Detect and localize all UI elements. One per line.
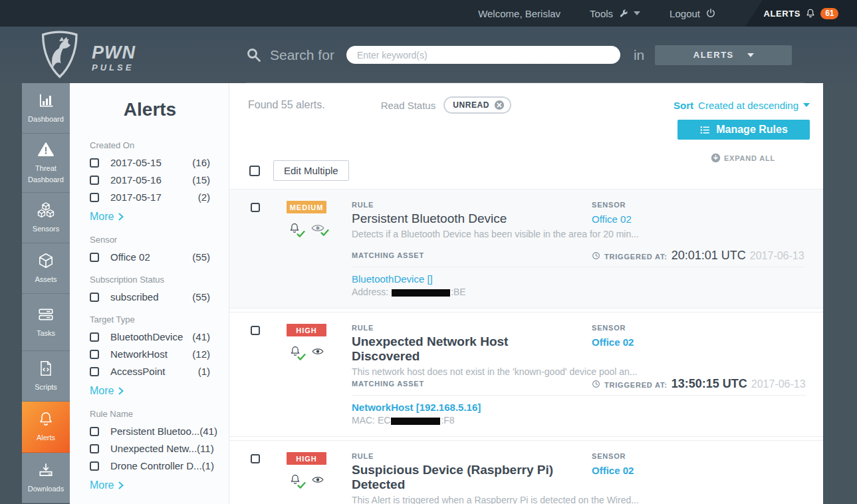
edit-multiple-button[interactable]: Edit Multiple <box>273 160 349 181</box>
filter-option[interactable]: 2017-05-16 (15) <box>90 174 210 186</box>
filter-group-created-on: Created On 2017-05-15 (16) 2017-05-16 (1… <box>90 140 210 223</box>
checkbox[interactable] <box>90 176 99 185</box>
sidebar-item-sensors[interactable]: Sensors <box>22 193 70 243</box>
tools-menu[interactable]: Tools <box>590 8 640 19</box>
notified-bell-icon[interactable] <box>289 473 301 488</box>
filter-option[interactable]: AccessPoint (1) <box>90 366 210 377</box>
sensor-link[interactable]: Office 02 <box>592 336 806 348</box>
sidebar-item-alerts[interactable]: Alerts <box>22 402 70 453</box>
header: PWN PULSE Search for in ALERTS <box>0 27 857 83</box>
sensor-link[interactable]: Office 02 <box>592 213 804 225</box>
filter-group-label: Target Type <box>90 315 210 324</box>
expand-all-button[interactable]: EXPAND ALL <box>711 153 775 163</box>
read-status-filter-chip[interactable]: UNREAD <box>443 96 511 114</box>
checkbox[interactable] <box>90 444 99 453</box>
checkbox[interactable] <box>90 461 99 471</box>
filter-group-rule-name: Rule Name Persistent Bluetoo... (41) Une… <box>90 409 210 491</box>
chevron-down-icon <box>803 103 810 107</box>
search-for-label: Search for <box>270 47 334 63</box>
bell-icon <box>805 8 816 19</box>
chevron-right-icon <box>118 213 124 221</box>
checkbox[interactable] <box>90 158 99 168</box>
filter-option[interactable]: BluetoothDevice (41) <box>90 331 210 342</box>
rule-title[interactable]: Persistent Bluetooth Device <box>352 211 578 226</box>
triggered-date: 2017-06-13 <box>751 378 806 390</box>
alerts-results: Found 55 alerts. Read Status UNREAD Sort… <box>229 83 823 504</box>
sidebar-item-assets[interactable]: Assets <box>22 243 70 294</box>
sidebar-item-scripts[interactable]: Scripts <box>22 351 70 402</box>
manage-rules-button[interactable]: Manage Rules <box>677 120 810 140</box>
sidebar-item-downloads[interactable]: Downloads <box>22 453 70 503</box>
rule-title[interactable]: Unexpected Network Host Discovered <box>352 334 578 364</box>
seen-eye-icon[interactable] <box>311 223 324 235</box>
check-icon <box>297 481 306 489</box>
rule-title[interactable]: Suspicious Device (Raspberry Pi) Detecte… <box>352 463 578 492</box>
welcome-text: Welcome, Berislav <box>478 8 560 19</box>
asset-link[interactable]: NetworkHost [192.168.5.16] <box>352 402 592 413</box>
search-input[interactable] <box>346 46 620 64</box>
more-link[interactable]: More <box>90 479 210 491</box>
more-link[interactable]: More <box>90 385 210 397</box>
alert-row[interactable]: HIGH RULE Suspicious Device (Raspberry P… <box>229 440 823 504</box>
sidebar-item-label: Downloads <box>28 483 64 495</box>
filter-option-label: Office 02 <box>110 251 150 263</box>
logo-pwn: PWN <box>92 44 136 62</box>
sidebar-item-label: Alerts <box>37 432 55 443</box>
alert-row[interactable]: MEDIUM RULE Persistent Bluet <box>229 189 823 309</box>
alerts-tab[interactable]: ALERTS 61 <box>745 0 857 27</box>
sidebar-item-threat-dashboard[interactable]: Threat Dashboard <box>22 134 70 193</box>
sensor-link[interactable]: Office 02 <box>592 465 806 476</box>
checkbox[interactable] <box>90 350 99 359</box>
checkbox[interactable] <box>90 427 99 436</box>
sensor-label: SENSOR <box>592 452 806 460</box>
clock-icon <box>592 251 600 260</box>
in-label: in <box>634 47 644 63</box>
filter-option[interactable]: NetworkHost (12) <box>90 348 210 360</box>
sort-dropdown[interactable]: Sort Created at descending <box>673 100 810 111</box>
select-all-checkbox[interactable] <box>249 166 260 176</box>
clock-icon <box>592 380 600 388</box>
rule-description: This network host does not exist in the … <box>352 366 578 377</box>
pwn-pulse-logo[interactable]: PWN PULSE <box>35 29 136 81</box>
triggered-time: 20:01:01 UTC <box>672 249 746 263</box>
manage-rules-label: Manage Rules <box>716 124 788 136</box>
more-link[interactable]: More <box>90 211 210 223</box>
checkbox[interactable] <box>90 332 99 342</box>
checkbox[interactable] <box>90 367 99 376</box>
sort-value: Created at descending <box>698 100 798 111</box>
filter-option[interactable]: Persistent Bluetoo... (41) <box>90 426 210 437</box>
search-scope-dropdown[interactable]: ALERTS <box>655 45 792 65</box>
notified-bell-icon[interactable] <box>289 222 301 237</box>
checkbox[interactable] <box>90 253 99 262</box>
sidebar-item-tasks[interactable]: Tasks <box>22 294 70 351</box>
filter-option[interactable]: Unexpected Netw... (11) <box>90 443 210 454</box>
notified-bell-icon[interactable] <box>289 345 301 360</box>
remove-filter-icon[interactable] <box>494 100 505 110</box>
checkbox[interactable] <box>90 293 99 302</box>
pwn-pulse-app: Welcome, Berislav Tools Logout ALERTS 61… <box>0 0 857 504</box>
filter-option[interactable]: 2017-05-15 (16) <box>90 157 210 168</box>
filter-option[interactable]: Office 02 (55) <box>90 251 210 263</box>
horse-shield-icon <box>35 29 101 81</box>
cube-icon <box>37 252 55 269</box>
alert-checkbox[interactable] <box>251 203 260 212</box>
triggered-date: 2017-06-13 <box>750 250 804 262</box>
matching-asset-label: MATCHING ASSET <box>352 251 424 259</box>
sidebar-item-dashboard[interactable]: Dashboard <box>22 83 70 134</box>
more-label: More <box>90 385 114 397</box>
alert-checkbox[interactable] <box>251 454 260 463</box>
checkbox[interactable] <box>90 193 99 202</box>
triggered-time: 13:50:15 UTC <box>672 377 747 391</box>
alert-row[interactable]: HIGH RULE Unexpected Network Host Discov… <box>229 312 823 437</box>
logout-button[interactable]: Logout <box>670 8 716 19</box>
filter-group-target-type: Target Type BluetoothDevice (41) Network… <box>90 315 210 397</box>
alert-checkbox[interactable] <box>251 326 260 335</box>
bell-icon <box>37 410 55 428</box>
logo-text: PWN PULSE <box>92 44 136 72</box>
eye-icon[interactable] <box>312 475 324 487</box>
asset-link[interactable]: BluetoothDevice [] <box>352 273 592 285</box>
eye-icon[interactable] <box>312 346 324 358</box>
filter-option[interactable]: subscribed (55) <box>90 291 210 303</box>
filter-option[interactable]: 2017-05-17 (2) <box>90 191 210 203</box>
filter-option[interactable]: Drone Controller D... (1) <box>90 460 210 471</box>
